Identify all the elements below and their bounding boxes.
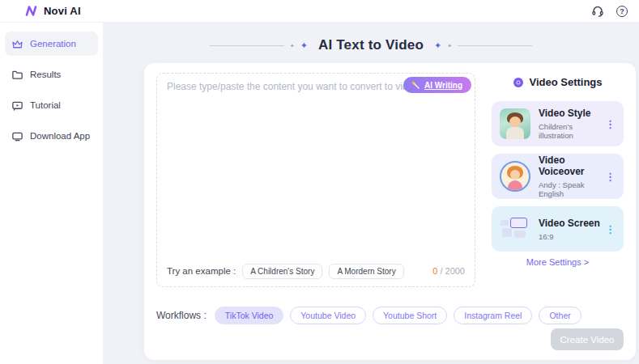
sparkle-icon: ✦ xyxy=(434,41,441,50)
ai-writing-label: AI Writing xyxy=(424,81,462,90)
help-icon[interactable]: ? xyxy=(616,6,628,17)
sidebar-item-download-app[interactable]: Download App xyxy=(5,124,98,148)
try-example-label: Try an example : xyxy=(167,266,236,276)
topbar: Novi AI ? xyxy=(0,0,639,23)
text-editor-box: AI Writing Try an example : A Children's… xyxy=(156,73,475,287)
video-voiceover-value: Andy : Speak English xyxy=(539,180,605,198)
content-area: ✦ ✦ AI Text to Video ✦ ✦ AI Writing Try … xyxy=(103,23,639,364)
page-title: AI Text to Video xyxy=(318,37,424,53)
content-input[interactable] xyxy=(167,81,465,252)
video-screen-card[interactable]: Video Screen 16:9 ⋮ xyxy=(492,206,624,252)
screen-aspect-icon xyxy=(500,214,530,244)
video-style-value: Children's illustration xyxy=(539,122,605,140)
example-row: Try an example : A Children's Story A Mo… xyxy=(167,262,465,280)
sidebar-item-label: Tutorial xyxy=(30,100,61,110)
kebab-menu-icon[interactable]: ⋮ xyxy=(605,224,616,235)
more-settings-link[interactable]: More Settings > xyxy=(492,257,624,267)
ai-writing-button[interactable]: AI Writing xyxy=(403,77,471,93)
workflow-chip-instagram-reel[interactable]: Instagram Reel xyxy=(454,307,532,324)
video-style-title: Video Style xyxy=(539,108,605,119)
video-settings-header: Video Settings xyxy=(492,76,624,88)
char-limit: / 2000 xyxy=(440,266,465,276)
sidebar: Generation Results Tutorial Download App xyxy=(0,23,103,364)
tutorial-icon xyxy=(11,99,23,112)
video-style-thumbnail xyxy=(500,108,530,139)
voiceover-avatar xyxy=(500,161,530,192)
char-counter: 0 / 2000 xyxy=(432,266,465,276)
novi-logo-icon xyxy=(24,4,38,18)
download-app-icon xyxy=(11,130,23,142)
char-count: 0 xyxy=(432,266,437,276)
title-decor-line-left xyxy=(210,45,284,46)
sparkle-icon: ✦ xyxy=(290,43,295,49)
workflow-chip-youtube-video[interactable]: Youtube Video xyxy=(290,307,366,324)
sidebar-item-generation[interactable]: Generation xyxy=(5,32,98,56)
title-decor-line-right xyxy=(458,45,532,46)
sidebar-item-tutorial[interactable]: Tutorial xyxy=(5,93,98,117)
main-card: AI Writing Try an example : A Children's… xyxy=(144,63,636,360)
brand-logo: Novi AI xyxy=(24,4,81,18)
create-video-button[interactable]: Create Video xyxy=(551,328,624,350)
workflow-chip-tiktok-video[interactable]: TikTok Video xyxy=(215,307,284,324)
folder-icon xyxy=(11,69,23,81)
video-screen-value: 16:9 xyxy=(539,232,600,241)
settings-gear-icon xyxy=(513,77,524,88)
sidebar-item-label: Download App xyxy=(30,131,90,141)
workflows-label: Workflows : xyxy=(156,310,207,321)
video-voiceover-title: Video Voiceover xyxy=(539,154,605,177)
sparkle-icon: ✦ xyxy=(447,43,452,49)
sidebar-item-label: Generation xyxy=(30,39,76,49)
video-voiceover-card[interactable]: Video Voiceover Andy : Speak English ⋮ xyxy=(492,154,624,199)
sidebar-item-label: Results xyxy=(30,70,61,79)
example-chip-childrens-story[interactable]: A Children's Story xyxy=(242,264,322,279)
video-screen-title: Video Screen xyxy=(539,218,600,229)
sidebar-item-results[interactable]: Results xyxy=(5,62,98,87)
support-headset-icon[interactable] xyxy=(591,5,604,18)
video-settings-title: Video Settings xyxy=(529,76,602,88)
brand-name: Novi AI xyxy=(44,5,81,17)
video-style-card[interactable]: Video Style Children's illustration ⋮ xyxy=(492,101,624,146)
workflow-chip-other[interactable]: Other xyxy=(539,307,581,324)
workflow-chip-youtube-short[interactable]: Youtube Short xyxy=(373,307,447,324)
kebab-menu-icon[interactable]: ⋮ xyxy=(605,171,616,182)
workflows-row: Workflows : TikTok Video Youtube Video Y… xyxy=(156,307,581,324)
sparkle-icon: ✦ xyxy=(300,41,308,50)
kebab-menu-icon[interactable]: ⋮ xyxy=(605,119,616,129)
page-title-row: ✦ ✦ AI Text to Video ✦ ✦ xyxy=(103,37,639,53)
example-chip-modern-story[interactable]: A Mordern Story xyxy=(329,264,403,279)
magic-wand-icon xyxy=(411,80,420,90)
crown-icon xyxy=(11,38,23,50)
